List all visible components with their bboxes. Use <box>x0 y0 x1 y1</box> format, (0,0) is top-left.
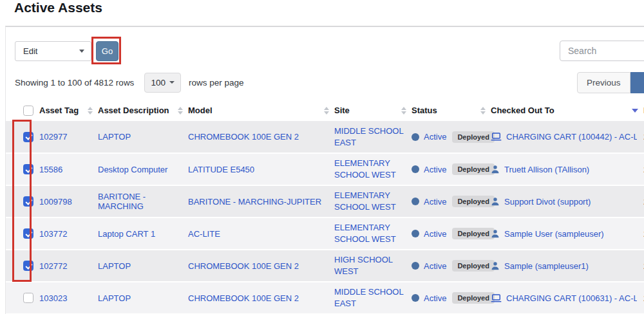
checked-out-to-link[interactable]: Truett Allison (TAllison) <box>504 165 589 174</box>
column-header[interactable]: Checked Out To <box>491 106 638 115</box>
page-size-value: 100 <box>151 78 166 88</box>
table-row: 1009798 BARITONE - MARCHING BARITONE - M… <box>6 185 644 217</box>
table-row: 102977 LAPTOP CHROMEBOOK 100E GEN 2 MIDD… <box>6 121 644 153</box>
asset-tag-link[interactable]: 102977 <box>39 132 67 142</box>
status-dot-icon <box>412 165 419 173</box>
asset-tag-link[interactable]: 15586 <box>39 165 62 174</box>
asset-description-link[interactable]: Laptop CART 1 <box>98 229 155 239</box>
page-title: Active Assets <box>14 0 102 15</box>
checked-out-to-link[interactable]: Support Divot (support) <box>504 197 591 207</box>
model-link[interactable]: CHROMEBOOK 100E GEN 2 <box>188 293 299 303</box>
column-header-label: Asset Tag <box>39 106 79 115</box>
status-cell: Active Deployed <box>412 196 484 207</box>
column-header[interactable]: Asset Tag <box>39 106 93 115</box>
table-body: 102977 LAPTOP CHROMEBOOK 100E GEN 2 MIDD… <box>6 121 644 314</box>
rows-per-page-label: rows per page <box>189 78 244 88</box>
page-size-dropdown[interactable]: 100 <box>144 73 181 93</box>
column-header-label: Model <box>188 106 213 115</box>
table-row: 103772 Laptop CART 1 AC-LITE ELEMENTARY … <box>6 217 644 250</box>
column-header[interactable]: Model <box>188 106 329 115</box>
status-dot-icon <box>412 262 419 270</box>
status-badge: Deployed <box>452 131 495 143</box>
status-label: Active <box>424 261 446 271</box>
column-header-label: Checked Out To <box>491 106 554 115</box>
checked-out-to-link[interactable]: CHARGING CART (100631) - AC-LITE <box>506 293 637 303</box>
column-header-label: Asset Description <box>98 106 169 115</box>
asset-tag-link[interactable]: 1009798 <box>39 197 72 207</box>
model-link[interactable]: CHROMEBOOK 100E GEN 2 <box>188 261 299 271</box>
table-row: 15586 Desktop Computer LATITUDE E5450 EL… <box>6 153 644 185</box>
model-link[interactable]: BARITONE - MARCHING-JUPITER <box>188 197 321 207</box>
asset-description-link[interactable]: BARITONE - MARCHING <box>98 192 146 211</box>
site-link[interactable]: ELEMENTARY SCHOOL WEST <box>334 223 396 244</box>
status-dot-icon <box>412 198 419 205</box>
asset-description-link[interactable]: LAPTOP <box>98 261 131 271</box>
model-link[interactable]: CHROMEBOOK 100E GEN 2 <box>188 132 299 142</box>
chevron-down-icon <box>79 50 84 53</box>
site-link[interactable]: ELEMENTARY SCHOOL WEST <box>334 158 396 180</box>
status-badge: Deployed <box>452 292 495 304</box>
laptop-icon <box>491 133 502 141</box>
status-label: Active <box>424 293 446 303</box>
user-icon <box>491 165 500 174</box>
asset-tag-link[interactable]: 102772 <box>39 261 67 271</box>
column-header[interactable]: Status <box>412 106 486 115</box>
select-all-checkbox[interactable] <box>23 106 33 116</box>
status-badge: Deployed <box>452 228 495 239</box>
status-cell: Active Deployed <box>412 228 484 239</box>
row-checkbox[interactable] <box>23 228 33 239</box>
status-dot-icon <box>412 230 419 237</box>
sort-icon[interactable] <box>401 107 406 115</box>
site-link[interactable]: MIDDLE SCHOOL EAST <box>334 126 403 147</box>
checked-out-to-link[interactable]: Sample (sampleuser1) <box>504 261 589 271</box>
table-row: 102772 LAPTOP CHROMEBOOK 100E GEN 2 HIGH… <box>6 250 644 282</box>
asset-tag-link[interactable]: 103023 <box>39 293 67 303</box>
user-icon <box>491 261 500 270</box>
sort-icon[interactable] <box>324 107 329 115</box>
previous-page-button[interactable]: Previous <box>577 72 630 93</box>
checked-out-to-link[interactable]: CHARGING CART (100442) - AC-LITE <box>506 132 637 142</box>
assets-panel: Edit Go Showing 1 to 100 of 4812 rows 10… <box>5 26 644 314</box>
status-cell: Active Deployed <box>412 292 484 304</box>
laptop-icon <box>491 294 502 302</box>
row-checkbox[interactable] <box>23 132 33 142</box>
search-input[interactable] <box>560 41 644 61</box>
sort-icon[interactable] <box>178 107 183 115</box>
column-header[interactable]: Asset Description <box>98 106 183 115</box>
status-dot-icon <box>412 133 419 141</box>
model-link[interactable]: AC-LITE <box>188 229 220 239</box>
status-badge: Deployed <box>452 260 495 272</box>
rows-summary: Showing 1 to 100 of 4812 rows <box>15 78 134 88</box>
site-link[interactable]: HIGH SCHOOL WEST <box>334 255 393 276</box>
checked-out-to-link[interactable]: Sample User (sampleuser) <box>504 229 604 239</box>
row-checkbox[interactable] <box>23 164 33 174</box>
sort-icon[interactable] <box>480 107 486 115</box>
table-row: 103023 LAPTOP CHROMEBOOK 100E GEN 2 MIDD… <box>6 282 644 314</box>
asset-description-link[interactable]: Desktop Computer <box>98 165 167 174</box>
sort-desc-icon[interactable] <box>632 109 638 113</box>
model-link[interactable]: LATITUDE E5450 <box>188 165 254 174</box>
row-checkbox[interactable] <box>23 293 33 303</box>
asset-description-link[interactable]: LAPTOP <box>98 132 131 142</box>
status-label: Active <box>424 132 446 142</box>
site-link[interactable]: ELEMENTARY SCHOOL WEST <box>334 190 396 212</box>
status-cell: Active Deployed <box>412 260 484 272</box>
asset-description-link[interactable]: LAPTOP <box>98 293 131 303</box>
status-label: Active <box>424 229 446 239</box>
bulk-action-select[interactable]: Edit <box>15 41 91 61</box>
sort-icon[interactable] <box>88 107 93 115</box>
status-cell: Active Deployed <box>412 163 484 175</box>
assets-table: Asset TagAsset DescriptionModelSiteStatu… <box>6 100 644 314</box>
go-button[interactable]: Go <box>96 41 118 61</box>
page-1-button[interactable]: 1 <box>630 72 644 93</box>
column-header[interactable]: Site <box>334 106 406 115</box>
user-icon <box>491 197 500 206</box>
status-badge: Deployed <box>452 196 495 207</box>
status-dot-icon <box>412 294 419 302</box>
row-checkbox[interactable] <box>23 261 33 271</box>
status-label: Active <box>424 197 446 207</box>
site-link[interactable]: MIDDLE SCHOOL EAST <box>334 287 403 308</box>
row-checkbox[interactable] <box>23 196 33 207</box>
asset-tag-link[interactable]: 103772 <box>39 229 67 239</box>
column-header-label: Status <box>412 106 437 115</box>
